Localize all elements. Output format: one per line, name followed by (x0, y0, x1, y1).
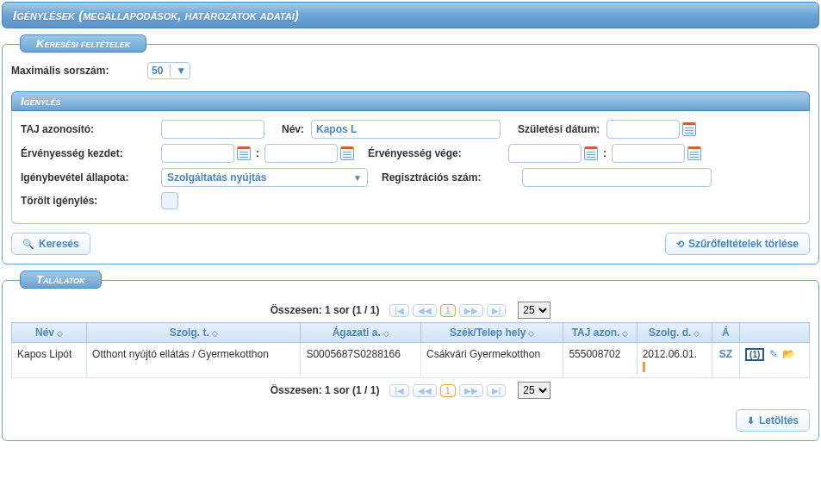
allapot-value: Szolgáltatás nyújtás (167, 171, 266, 184)
sort-icon: ◇ (693, 329, 700, 338)
download-button[interactable]: ⬇ Letöltés (736, 409, 810, 432)
chevron-down-icon[interactable]: ▼ (170, 65, 186, 77)
cell-nev: Kapos Lipót (12, 343, 87, 378)
calendar-icon[interactable] (340, 146, 354, 160)
cell-szolgd: 2012.06.01. (637, 343, 712, 378)
prev-page-button[interactable]: ◀◀ (413, 304, 437, 317)
clear-filters-label: Szűrőfeltételek törlése (688, 238, 799, 250)
paginator-bottom: Összesen: 1 sor (1 / 1) |◀ ◀◀ 1 ▶▶ ▶| 25 (11, 378, 810, 402)
cell-a: SZ (712, 343, 739, 378)
calendar-icon[interactable] (682, 122, 696, 136)
torolt-label: Törölt igénylés: (21, 195, 154, 207)
results-table: Név◇ Szolg. t.◇ Ágazati a.◇ Szék/Telep h… (11, 322, 810, 378)
taj-label: TAJ azonosító: (21, 123, 154, 135)
refresh-icon: ⟲ (676, 239, 684, 250)
cell-agazati: S0005687S0288166 (301, 343, 421, 378)
calendar-icon[interactable] (237, 146, 251, 160)
max-rows-label: Maximális sorszám: (11, 65, 140, 77)
status-link[interactable]: SZ (718, 348, 734, 360)
max-rows-spinner[interactable]: 50 ▼ (147, 62, 190, 79)
sort-icon: ◇ (57, 329, 63, 338)
max-rows-value: 50 (152, 65, 163, 77)
page-size-select[interactable]: 25 (518, 302, 550, 319)
table-row: Kapos Lipót Otthont nyújtó ellátás / Gye… (12, 343, 810, 378)
torolt-checkbox[interactable] (161, 192, 178, 209)
col-a[interactable]: Á (712, 323, 739, 343)
sort-icon: ◇ (622, 329, 628, 338)
paginator-summary: Összesen: 1 sor (1 / 1) (271, 384, 380, 396)
col-actions (740, 323, 810, 343)
search-icon: 🔍 (22, 239, 34, 250)
regszam-input[interactable] (522, 168, 712, 187)
col-szolgt[interactable]: Szolg. t.◇ (87, 323, 301, 343)
nev-label: Név: (282, 123, 304, 135)
sort-icon: ◇ (383, 329, 389, 338)
time-separator: : (256, 147, 259, 159)
erv-kezdet-time-input[interactable] (264, 144, 338, 163)
open-icon[interactable]: 📂 (782, 348, 795, 360)
regszam-label: Regisztrációs szám: (382, 171, 515, 184)
search-button[interactable]: 🔍 Keresés (11, 233, 90, 255)
col-nev[interactable]: Név◇ (12, 323, 87, 343)
page-title: Igénylések (megállapodások, határozatok … (2, 2, 819, 28)
paginator-summary: Összesen: 1 sor (1 / 1) (271, 304, 380, 316)
szul-date-input[interactable] (606, 120, 680, 139)
clear-filters-button[interactable]: ⟲ Szűrőfeltételek törlése (665, 233, 810, 255)
search-criteria-legend: Keresési feltételek (20, 34, 146, 53)
search-button-label: Keresés (39, 238, 79, 250)
search-criteria-fieldset: Keresési feltételek Maximális sorszám: 5… (2, 44, 819, 264)
page-number-button[interactable]: 1 (440, 384, 456, 397)
col-szolgd[interactable]: Szolg. d.◇ (637, 323, 712, 343)
time-separator: : (603, 147, 606, 159)
table-header-row: Név◇ Szolg. t.◇ Ágazati a.◇ Szék/Telep h… (12, 323, 810, 343)
sort-icon: ◇ (528, 329, 534, 338)
first-page-button[interactable]: |◀ (389, 304, 409, 317)
nev-input[interactable] (311, 120, 501, 139)
taj-input[interactable] (161, 120, 264, 139)
allapot-select[interactable]: Szolgáltatás nyújtás ▼ (161, 168, 368, 187)
cell-tajazon: 555008702 (563, 343, 637, 378)
prev-page-button[interactable]: ◀◀ (413, 384, 437, 397)
results-fieldset: Találatok Összesen: 1 sor (1 / 1) |◀ ◀◀ … (2, 280, 819, 441)
next-page-button[interactable]: ▶▶ (459, 384, 483, 397)
igeny-section-body: TAJ azonosító: Név: Születési dátum: Érv… (11, 111, 810, 224)
chevron-down-icon: ▼ (353, 173, 362, 183)
edit-icon[interactable]: ✎ (769, 348, 778, 360)
cell-szek: Csákvári Gyermekotthon (421, 343, 563, 378)
download-button-label: Letöltés (759, 414, 799, 426)
status-bar-icon (643, 362, 645, 372)
szul-label: Születési dátum: (518, 123, 600, 135)
next-page-button[interactable]: ▶▶ (459, 304, 483, 317)
col-tajazon[interactable]: TAJ azon.◇ (563, 323, 637, 343)
calendar-icon[interactable] (687, 146, 701, 160)
calendar-icon[interactable] (584, 146, 598, 160)
download-icon: ⬇ (747, 415, 755, 426)
last-page-button[interactable]: ▶| (487, 304, 507, 317)
page-size-select[interactable]: 25 (518, 382, 550, 399)
erv-vege-date-input[interactable] (508, 144, 582, 163)
paginator-top: Összesen: 1 sor (1 / 1) |◀ ◀◀ 1 ▶▶ ▶| 25 (11, 298, 810, 322)
col-szek[interactable]: Szék/Telep hely◇ (421, 323, 563, 343)
count-badge[interactable]: (1) (745, 348, 764, 361)
allapot-label: Igénybevétel állapota: (21, 171, 154, 184)
erv-kezdet-date-input[interactable] (161, 144, 234, 163)
last-page-button[interactable]: ▶| (487, 384, 507, 397)
cell-actions: (1) ✎ 📂 (740, 343, 810, 378)
erv-vege-label: Érvényesség vége: (368, 147, 501, 159)
col-agazati[interactable]: Ágazati a.◇ (301, 323, 421, 343)
cell-szolgt: Otthont nyújtó ellátás / Gyermekotthon (87, 343, 301, 378)
igeny-section-header: Igénylés (11, 91, 810, 111)
erv-vege-time-input[interactable] (612, 144, 685, 163)
first-page-button[interactable]: |◀ (389, 384, 409, 397)
sort-icon: ◇ (212, 329, 218, 338)
erv-kezdet-label: Érvényesség kezdet: (21, 147, 154, 159)
results-legend: Találatok (20, 271, 102, 289)
page-number-button[interactable]: 1 (440, 304, 456, 317)
